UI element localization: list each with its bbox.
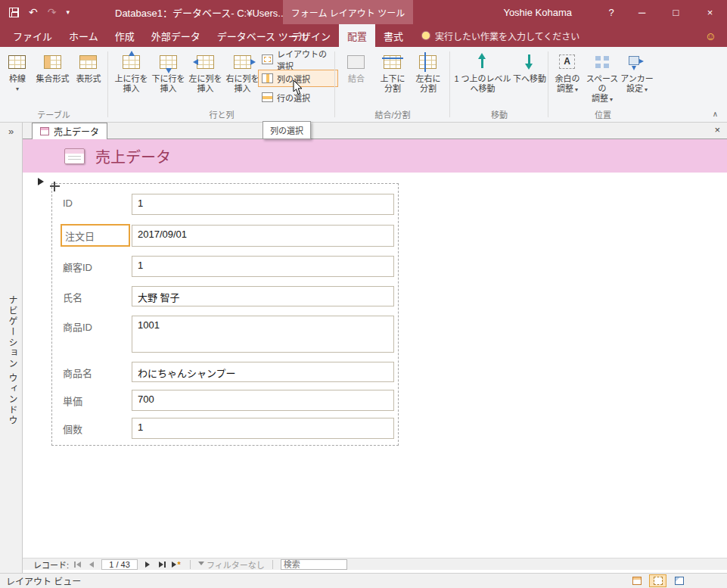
tabular-button[interactable]: 表形式 <box>72 48 105 110</box>
field-label-unit-price[interactable]: 単価 <box>63 390 129 408</box>
select-layout-button[interactable]: レイアウトの選択 <box>258 51 338 68</box>
navigation-pane-collapsed[interactable]: » ナビゲーション ウィンドウ <box>0 123 23 573</box>
user-name[interactable]: Yoshie Kohama <box>497 0 598 24</box>
chevron-down-icon: ▾ <box>575 86 578 93</box>
next-record-button[interactable] <box>141 559 154 570</box>
separator <box>272 560 273 569</box>
document-tab-sales-data[interactable]: 売上データ <box>32 123 107 139</box>
insert-left-label-2: 挿入 <box>197 84 214 94</box>
ribbon-group-table: 枠線 ▾ 集合形式 表形式 テーブル <box>0 47 107 122</box>
tab-home[interactable]: ホーム <box>61 24 107 47</box>
layout-view-button[interactable] <box>649 574 666 587</box>
save-button[interactable] <box>9 8 19 17</box>
anchoring-label-2: 設定 <box>626 84 643 93</box>
tell-me-label: 実行したい作業を入力してください <box>435 30 579 42</box>
tab-design[interactable]: デザイン <box>283 24 339 47</box>
field-value-customer-id[interactable]: 1 <box>132 256 394 277</box>
field-value-id[interactable]: 1 <box>132 194 394 215</box>
select-layout-label: レイアウトの選択 <box>277 48 334 72</box>
nav-pane-title[interactable]: ナビゲーション ウィンドウ <box>6 295 19 426</box>
gridlines-icon <box>6 51 29 73</box>
close-document-icon[interactable]: × <box>714 124 720 135</box>
merge-button[interactable]: 結合 <box>339 48 374 110</box>
last-record-button[interactable] <box>156 559 168 570</box>
split-vertically-button[interactable]: 上下に 分割 <box>375 48 410 110</box>
expand-nav-pane-icon[interactable]: » <box>0 126 22 137</box>
first-record-button[interactable] <box>71 559 83 570</box>
tab-file[interactable]: ファイル <box>5 24 61 47</box>
undo-button[interactable]: ↶ <box>29 6 38 18</box>
control-padding-button[interactable]: スペースの 調整▾ <box>586 48 619 110</box>
chevron-down-icon: ▾ <box>645 86 648 93</box>
stacked-button[interactable]: 集合形式 <box>35 48 70 110</box>
field-value-product-name[interactable]: わにちゃんシャンプー <box>132 362 394 382</box>
field-value-product-id[interactable]: 1001 <box>132 316 394 353</box>
previous-record-button[interactable] <box>85 559 98 570</box>
ribbon-group-move: 1 つ上のレベル へ移動 下へ移動 移動 <box>451 47 548 122</box>
design-view-button[interactable] <box>670 574 688 587</box>
help-button[interactable]: ? <box>598 0 625 24</box>
mouse-cursor <box>293 80 303 98</box>
group-separator <box>107 51 108 117</box>
control-margins-label-1: 余白の <box>555 74 580 84</box>
split-horizontally-button[interactable]: 左右に 分割 <box>411 48 446 110</box>
insert-right-button[interactable]: 右に列を 挿入 <box>225 48 260 110</box>
titlebar: ↶ ↷ ▾ Database1：データベース- C:¥Users... フォーム… <box>0 0 727 24</box>
field-label-order-date-selected[interactable]: 注文日 <box>61 224 130 247</box>
control-margins-button[interactable]: A 余白の 調整▾ <box>551 48 584 110</box>
group-label-move: 移動 <box>451 108 548 120</box>
field-value-order-date[interactable]: 2017/09/01 <box>132 225 394 247</box>
document-tab-label: 売上データ <box>54 125 99 138</box>
merge-icon <box>345 51 368 73</box>
form-icon <box>40 127 49 135</box>
gridlines-button[interactable]: 枠線 ▾ <box>2 48 33 110</box>
status-bar: レイアウト ビュー <box>0 573 727 588</box>
field-label-id[interactable]: ID <box>63 194 129 209</box>
layout-move-handle[interactable] <box>50 182 60 191</box>
collapse-ribbon-button[interactable]: ∧ <box>713 110 718 118</box>
field-label-product-name[interactable]: 商品名 <box>63 362 129 380</box>
anchoring-button[interactable]: アンカー 設定▾ <box>620 48 654 110</box>
field-label-quantity[interactable]: 個数 <box>63 418 129 436</box>
new-record-button[interactable]: * <box>170 559 182 570</box>
insert-right-label-2: 挿入 <box>235 84 251 94</box>
field-label-customer-id[interactable]: 顧客ID <box>63 256 129 274</box>
field-value-quantity[interactable]: 1 <box>132 418 394 439</box>
move-up-button[interactable]: 1 つ上のレベル へ移動 <box>454 48 511 110</box>
contextual-tool-header: フォーム レイアウト ツール <box>283 0 413 24</box>
qat-customize-button[interactable]: ▾ <box>66 8 70 16</box>
minimize-button[interactable]: ─ <box>625 0 659 24</box>
field-value-name[interactable]: 大野 智子 <box>132 286 394 306</box>
insert-below-button[interactable]: 下に行を 挿入 <box>151 48 186 110</box>
record-selector-icon[interactable] <box>38 178 44 185</box>
filter-status[interactable]: フィルターなし <box>207 558 265 571</box>
insert-left-button[interactable]: 左に列を 挿入 <box>188 48 223 110</box>
maximize-button[interactable]: □ <box>659 0 693 24</box>
lightbulb-icon <box>422 32 430 39</box>
field-label-product-id[interactable]: 商品ID <box>63 316 129 334</box>
tab-arrange[interactable]: 配置 <box>339 24 375 47</box>
tab-format[interactable]: 書式 <box>375 24 412 47</box>
insert-above-button[interactable]: 上に行を 挿入 <box>113 48 149 110</box>
move-down-button[interactable]: 下へ移動 <box>513 48 546 110</box>
insert-left-icon <box>194 51 217 73</box>
tab-external-data[interactable]: 外部データ <box>143 24 209 47</box>
separator <box>190 560 191 569</box>
merge-label-1: 結合 <box>348 74 365 84</box>
close-button[interactable]: × <box>693 0 727 24</box>
field-value-unit-price[interactable]: 700 <box>132 390 394 411</box>
control-padding-icon <box>591 51 614 73</box>
redo-button[interactable]: ↷ <box>48 6 57 18</box>
record-search-input[interactable] <box>281 559 347 570</box>
form-title[interactable]: 売上データ <box>95 145 171 167</box>
tab-create[interactable]: 作成 <box>107 24 143 47</box>
record-position-box[interactable]: 1 / 43 <box>101 559 138 570</box>
view-status-label: レイアウト ビュー <box>6 574 81 587</box>
form-view-button[interactable] <box>628 574 645 587</box>
split-horizontally-label-2: 分割 <box>420 84 437 94</box>
field-label-name[interactable]: 氏名 <box>63 286 129 304</box>
feedback-smiley-icon[interactable]: ☺ <box>705 24 716 47</box>
record-nav-label: レコード: <box>33 558 69 571</box>
tell-me-box[interactable]: 実行したい作業を入力してください <box>422 24 579 47</box>
filter-icon <box>198 562 204 565</box>
